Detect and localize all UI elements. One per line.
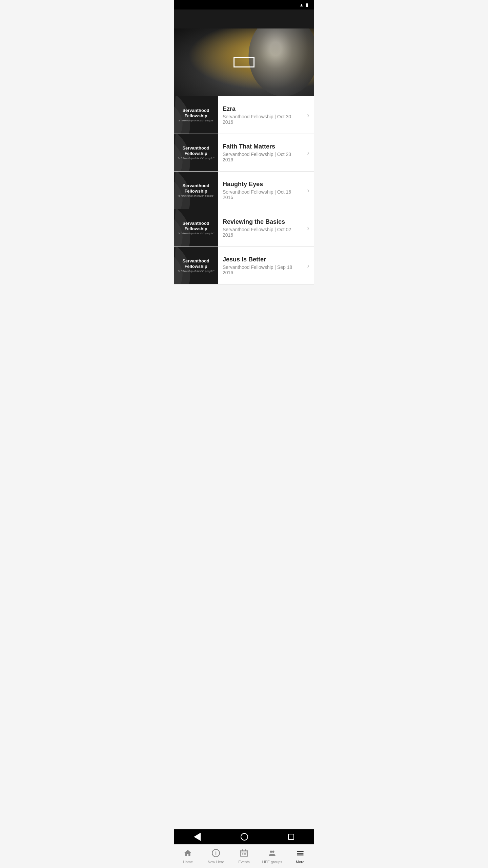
- sermon-list: ServanthoodFellowship "a fellowship of f…: [174, 96, 314, 284]
- sermon-info: Reviewing the Basics Servanthood Fellows…: [218, 214, 302, 242]
- sermon-list-item[interactable]: ServanthoodFellowship "a fellowship of f…: [174, 247, 314, 284]
- signal-icon: ▲: [299, 2, 304, 7]
- sermon-title: Ezra: [223, 105, 300, 113]
- sermon-meta: Servanthood Fellowship | Oct 30 2016: [223, 114, 300, 125]
- sermon-title: Reviewing the Basics: [223, 218, 300, 225]
- sermon-thumbnail: ServanthoodFellowship "a fellowship of f…: [174, 134, 218, 171]
- sermon-info: Faith That Matters Servanthood Fellowshi…: [218, 139, 302, 166]
- sermon-title: Jesus Is Better: [223, 256, 300, 263]
- banner-text-box: [233, 57, 255, 67]
- sermon-info: Haughty Eyes Servanthood Fellowship | Oc…: [218, 177, 302, 204]
- nav-bar: [174, 9, 314, 28]
- thumb-org-text: ServanthoodFellowship "a fellowship of f…: [178, 183, 214, 197]
- sermon-meta: Servanthood Fellowship | Oct 23 2016: [223, 152, 300, 162]
- sermon-title: Faith That Matters: [223, 143, 300, 150]
- sermon-info: Ezra Servanthood Fellowship | Oct 30 201…: [218, 101, 302, 129]
- sermon-thumbnail: ServanthoodFellowship "a fellowship of f…: [174, 247, 218, 284]
- chevron-right-icon: ›: [302, 224, 314, 232]
- sermon-info: Jesus Is Better Servanthood Fellowship |…: [218, 252, 302, 279]
- sermon-list-item[interactable]: ServanthoodFellowship "a fellowship of f…: [174, 96, 314, 134]
- sermon-list-item[interactable]: ServanthoodFellowship "a fellowship of f…: [174, 134, 314, 172]
- sermon-thumbnail: ServanthoodFellowship "a fellowship of f…: [174, 209, 218, 246]
- chevron-right-icon: ›: [302, 186, 314, 194]
- thumb-org-text: ServanthoodFellowship "a fellowship of f…: [178, 108, 214, 122]
- thumb-org-text: ServanthoodFellowship "a fellowship of f…: [178, 145, 214, 160]
- battery-icon: ▮: [306, 2, 308, 7]
- sermon-title: Haughty Eyes: [223, 181, 300, 188]
- sermon-thumbnail: ServanthoodFellowship "a fellowship of f…: [174, 96, 218, 134]
- sermon-list-item[interactable]: ServanthoodFellowship "a fellowship of f…: [174, 172, 314, 209]
- thumb-org-text: ServanthoodFellowship "a fellowship of f…: [178, 221, 214, 235]
- status-bar: ▲ ▮: [174, 0, 314, 9]
- thumb-org-text: ServanthoodFellowship "a fellowship of f…: [178, 258, 214, 273]
- chevron-right-icon: ›: [302, 111, 314, 119]
- chevron-right-icon: ›: [302, 262, 314, 270]
- sermon-list-item[interactable]: ServanthoodFellowship "a fellowship of f…: [174, 209, 314, 247]
- sermons-banner: [174, 28, 314, 96]
- chevron-right-icon: ›: [302, 149, 314, 157]
- sermon-meta: Servanthood Fellowship | Oct 02 2016: [223, 227, 300, 238]
- sermon-meta: Servanthood Fellowship | Sep 18 2016: [223, 264, 300, 275]
- sermon-meta: Servanthood Fellowship | Oct 16 2016: [223, 189, 300, 200]
- sermon-thumbnail: ServanthoodFellowship "a fellowship of f…: [174, 172, 218, 209]
